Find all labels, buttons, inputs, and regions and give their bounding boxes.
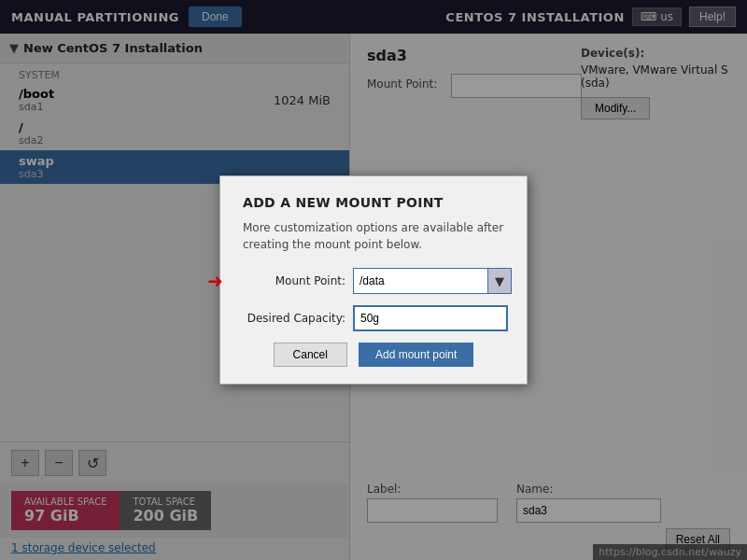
- add-mount-point-button[interactable]: Add mount point: [359, 343, 473, 367]
- mount-point-select[interactable]: /data / /boot /home /tmp /var swap: [353, 268, 512, 294]
- dialog-title: ADD A NEW MOUNT POINT: [243, 195, 504, 210]
- dialog-overlay: ADD A NEW MOUNT POINT More customization…: [0, 0, 747, 560]
- dialog-description: More customization options are available…: [243, 219, 504, 253]
- dialog-select-wrap: /data / /boot /home /tmp /var swap ▼: [353, 268, 512, 294]
- dialog-buttons: Cancel Add mount point: [243, 343, 504, 367]
- desired-capacity-input[interactable]: [353, 305, 508, 331]
- cancel-button[interactable]: Cancel: [274, 343, 347, 367]
- dialog-capacity-label: Desired Capacity:: [243, 312, 345, 325]
- dialog-mount-point-label: Mount Point:: [243, 274, 345, 287]
- dialog-mount-point-row: Mount Point: /data / /boot /home /tmp /v…: [243, 268, 504, 294]
- dialog-capacity-row: Desired Capacity:: [243, 305, 504, 331]
- add-mount-point-dialog: ADD A NEW MOUNT POINT More customization…: [219, 175, 528, 385]
- arrow-indicator-mount: ➜: [207, 270, 223, 292]
